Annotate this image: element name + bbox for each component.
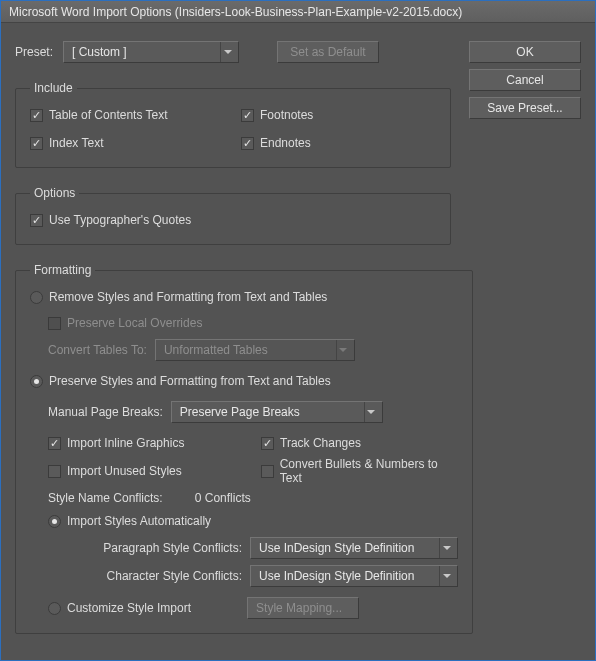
convert-tables-label: Convert Tables To: xyxy=(48,343,147,357)
formatting-legend: Formatting xyxy=(30,263,95,277)
footnotes-label: Footnotes xyxy=(260,108,313,122)
typographers-label: Use Typographer's Quotes xyxy=(49,213,191,227)
formatting-group: Formatting Remove Styles and Formatting … xyxy=(15,263,473,634)
preset-value: [ Custom ] xyxy=(72,45,127,59)
footnotes-checkbox-row[interactable]: Footnotes xyxy=(241,105,436,125)
customize-import-label: Customize Style Import xyxy=(67,601,191,615)
import-unused-label: Import Unused Styles xyxy=(67,464,182,478)
radio-icon xyxy=(48,515,61,528)
checkbox-icon xyxy=(30,109,43,122)
convert-tables-select: Unformatted Tables xyxy=(155,339,355,361)
customize-import-row: Customize Style Import Style Mapping... xyxy=(30,597,458,619)
toc-checkbox-row[interactable]: Table of Contents Text xyxy=(30,105,225,125)
checkbox-icon xyxy=(241,109,254,122)
char-conflicts-select[interactable]: Use InDesign Style Definition xyxy=(250,565,458,587)
endnotes-label: Endnotes xyxy=(260,136,311,150)
window-title: Microsoft Word Import Options (Insiders-… xyxy=(9,5,462,19)
char-conflicts-label: Character Style Conflicts: xyxy=(82,569,242,583)
checkbox-icon xyxy=(30,137,43,150)
char-conflicts-value: Use InDesign Style Definition xyxy=(259,569,414,583)
import-inline-label: Import Inline Graphics xyxy=(67,436,184,450)
manual-breaks-row: Manual Page Breaks: Preserve Page Breaks xyxy=(30,401,458,423)
checkbox-icon xyxy=(241,137,254,150)
main-column: Preset: [ Custom ] Set as Default Includ… xyxy=(15,41,451,646)
manual-breaks-value: Preserve Page Breaks xyxy=(180,405,300,419)
checkbox-icon xyxy=(48,437,61,450)
remove-styles-label: Remove Styles and Formatting from Text a… xyxy=(49,290,327,304)
button-column: OK Cancel Save Preset... xyxy=(469,41,581,646)
chevron-down-icon xyxy=(439,566,453,586)
style-conflicts-row: Style Name Conflicts: 0 Conflicts xyxy=(30,491,458,505)
convert-bullets-checkbox-row[interactable]: Convert Bullets & Numbers to Text xyxy=(261,461,458,481)
typographers-checkbox-row[interactable]: Use Typographer's Quotes xyxy=(30,210,436,230)
chevron-down-icon xyxy=(220,42,234,62)
para-conflicts-value: Use InDesign Style Definition xyxy=(259,541,414,555)
options-legend: Options xyxy=(30,186,79,200)
import-unused-checkbox-row[interactable]: Import Unused Styles xyxy=(48,461,245,481)
checkbox-icon xyxy=(261,437,274,450)
chevron-down-icon xyxy=(364,402,378,422)
para-conflicts-label: Paragraph Style Conflicts: xyxy=(82,541,242,555)
dialog-body: Preset: [ Custom ] Set as Default Includ… xyxy=(1,23,595,660)
options-group: Options Use Typographer's Quotes xyxy=(15,186,451,245)
preserve-local-checkbox-row: Preserve Local Overrides xyxy=(30,313,458,333)
para-conflicts-row: Paragraph Style Conflicts: Use InDesign … xyxy=(30,537,458,559)
chevron-down-icon xyxy=(336,340,350,360)
remove-styles-radio-row[interactable]: Remove Styles and Formatting from Text a… xyxy=(30,287,458,307)
checkbox-icon xyxy=(48,465,61,478)
dialog-window: Microsoft Word Import Options (Insiders-… xyxy=(0,0,596,661)
manual-breaks-select[interactable]: Preserve Page Breaks xyxy=(171,401,383,423)
save-preset-button[interactable]: Save Preset... xyxy=(469,97,581,119)
convert-tables-value: Unformatted Tables xyxy=(164,343,268,357)
convert-tables-row: Convert Tables To: Unformatted Tables xyxy=(30,339,458,361)
char-conflicts-row: Character Style Conflicts: Use InDesign … xyxy=(30,565,458,587)
style-conflicts-value: 0 Conflicts xyxy=(195,491,251,505)
track-changes-checkbox-row[interactable]: Track Changes xyxy=(261,433,458,453)
checkbox-icon xyxy=(30,214,43,227)
preset-row: Preset: [ Custom ] Set as Default xyxy=(15,41,451,63)
include-legend: Include xyxy=(30,81,77,95)
style-conflicts-label: Style Name Conflicts: xyxy=(48,491,163,505)
import-auto-label: Import Styles Automatically xyxy=(67,514,211,528)
convert-bullets-label: Convert Bullets & Numbers to Text xyxy=(280,457,458,485)
index-label: Index Text xyxy=(49,136,103,150)
set-as-default-button[interactable]: Set as Default xyxy=(277,41,379,63)
preserve-styles-label: Preserve Styles and Formatting from Text… xyxy=(49,374,331,388)
index-checkbox-row[interactable]: Index Text xyxy=(30,133,225,153)
include-group: Include Table of Contents Text Footnotes… xyxy=(15,81,451,168)
titlebar: Microsoft Word Import Options (Insiders-… xyxy=(1,1,595,23)
endnotes-checkbox-row[interactable]: Endnotes xyxy=(241,133,436,153)
manual-breaks-label: Manual Page Breaks: xyxy=(48,405,163,419)
import-auto-radio-row[interactable]: Import Styles Automatically xyxy=(30,511,458,531)
para-conflicts-select[interactable]: Use InDesign Style Definition xyxy=(250,537,458,559)
checkbox-icon xyxy=(261,465,274,478)
checkbox-icon xyxy=(48,317,61,330)
track-changes-label: Track Changes xyxy=(280,436,361,450)
radio-icon xyxy=(30,375,43,388)
preset-label: Preset: xyxy=(15,45,53,59)
preset-select[interactable]: [ Custom ] xyxy=(63,41,239,63)
radio-icon xyxy=(30,291,43,304)
radio-icon xyxy=(48,602,61,615)
style-mapping-button[interactable]: Style Mapping... xyxy=(247,597,359,619)
chevron-down-icon xyxy=(439,538,453,558)
ok-button[interactable]: OK xyxy=(469,41,581,63)
customize-import-radio-row[interactable]: Customize Style Import xyxy=(48,598,191,618)
cancel-button[interactable]: Cancel xyxy=(469,69,581,91)
preserve-local-label: Preserve Local Overrides xyxy=(67,316,202,330)
toc-label: Table of Contents Text xyxy=(49,108,168,122)
preserve-styles-radio-row[interactable]: Preserve Styles and Formatting from Text… xyxy=(30,371,458,391)
import-inline-checkbox-row[interactable]: Import Inline Graphics xyxy=(48,433,245,453)
